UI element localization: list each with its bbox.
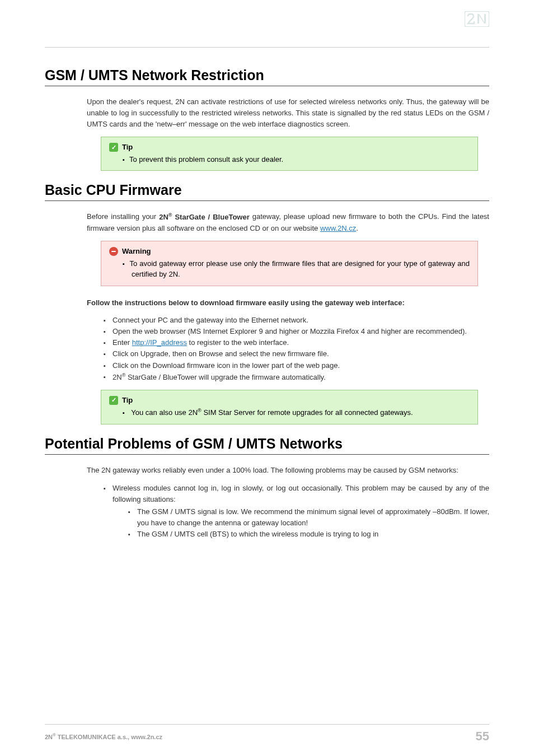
check-icon: ✓ (109, 396, 118, 405)
problem-sublist: The GSM / UMTS signal is low. We recomme… (128, 506, 489, 540)
paragraph-restriction: Upon the dealer's request, 2N can activa… (87, 96, 489, 130)
tip-label: Tip (122, 142, 133, 153)
heading-gsm-umts-restriction: GSM / UMTS Network Restriction (45, 67, 489, 86)
callout-tip-dealer: ✓ Tip To prevent this problem consult as… (101, 137, 478, 171)
tip-item: You can also use 2N® SIM Star Server for… (132, 407, 470, 418)
callout-tip-title: ✓ Tip (109, 142, 470, 153)
problem-list: Wireless modules cannot log in, log in s… (104, 483, 489, 540)
subheading-instructions: Follow the instructions below to downloa… (87, 297, 489, 309)
list-item: Connect your PC and the gateway into the… (104, 315, 489, 326)
callout-warning-title: Warning (109, 246, 470, 257)
heading-basic-cpu-firmware: Basic CPU Firmware (45, 182, 489, 201)
list-item: 2N® StarGate / BlueTower will upgrade th… (104, 371, 489, 383)
paragraph-problems: The 2N gateway works reliably even under… (87, 465, 489, 476)
minus-circle-icon (109, 247, 118, 256)
list-item: The GSM / UMTS cell (BTS) to which the w… (128, 529, 489, 540)
link-2n-cz[interactable]: www.2N.cz (320, 224, 356, 232)
callout-tip-simstar: ✓ Tip You can also use 2N® SIM Star Serv… (101, 390, 478, 424)
check-icon: ✓ (109, 143, 118, 152)
page-number: 55 (476, 729, 489, 744)
warning-label: Warning (122, 246, 151, 257)
list-item: Click on Upgrade, then on Browse and sel… (104, 348, 489, 360)
instruction-list: Connect your PC and the gateway into the… (104, 315, 489, 383)
heading-potential-problems: Potential Problems of GSM / UMTS Network… (45, 436, 489, 455)
link-ip-address[interactable]: http://IP_address (132, 338, 187, 347)
warning-item: To avoid gateway error please use only t… (132, 258, 470, 280)
brand-logo (465, 11, 489, 31)
list-item: The GSM / UMTS signal is low. We recomme… (128, 506, 489, 529)
footer-company: 2N® TELEKOMUNIKACE a.s., www.2n.cz (45, 732, 162, 740)
paragraph-firmware: Before installing your 2N® StarGate / Bl… (87, 211, 489, 234)
list-item: Open the web browser (MS Internet Explor… (104, 326, 489, 337)
list-item: Enter http://IP_address to register to t… (104, 337, 489, 348)
problem-title: Wireless modules cannot log in, log in s… (113, 484, 489, 503)
callout-tip-title: ✓ Tip (109, 395, 470, 406)
tip-label: Tip (122, 395, 133, 406)
list-item: Click on the Download firmware icon in t… (104, 360, 489, 371)
tip-item: To prevent this problem consult ask your… (132, 154, 470, 165)
callout-warning-firmware: Warning To avoid gateway error please us… (101, 241, 478, 286)
list-item: Wireless modules cannot log in, log in s… (104, 483, 489, 540)
